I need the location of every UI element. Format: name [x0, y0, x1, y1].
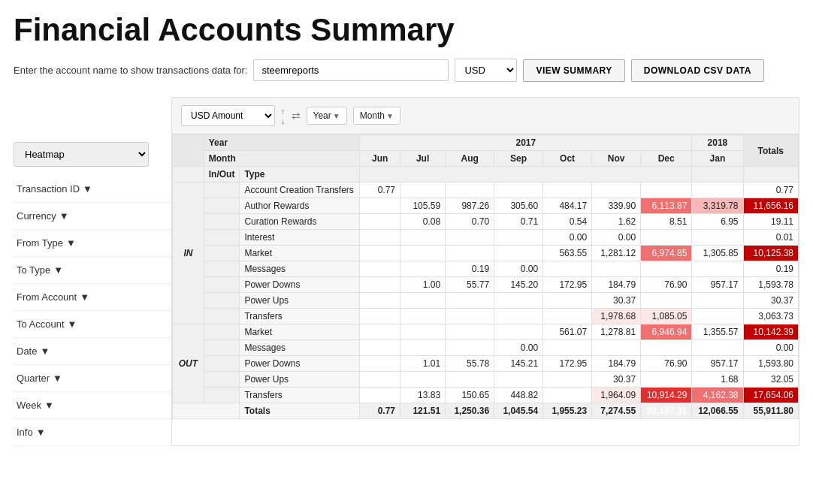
filter-to-account-label: To Account: [17, 318, 65, 330]
header-jul: Jul: [400, 151, 446, 167]
table-row: Curation Rewards 0.08 0.70 0.71 0.54 1.6…: [173, 214, 799, 230]
header-spacer: [360, 167, 692, 183]
header-2018: 2018: [692, 135, 743, 151]
view-summary-button[interactable]: VIEW SUMMARY: [523, 59, 624, 82]
month-axis-btn[interactable]: Month ▼: [353, 107, 400, 125]
filter-transaction-id-arrow: ▼: [83, 183, 92, 195]
type-messages-in: Messages: [240, 261, 360, 277]
total-dec: 32,197.31: [641, 403, 692, 419]
filter-from-type-arrow: ▼: [66, 237, 76, 249]
chart-type-select[interactable]: Heatmap Bar Chart: [14, 142, 149, 167]
header-aug: Aug: [446, 151, 494, 167]
filter-week-arrow: ▼: [44, 400, 54, 411]
filter-date[interactable]: Date ▼: [14, 338, 171, 365]
type-author-rewards: Author Rewards: [240, 198, 360, 214]
filter-info-arrow: ▼: [36, 427, 46, 438]
filter-week[interactable]: Week ▼: [14, 392, 171, 419]
filter-currency-arrow: ▼: [59, 210, 69, 222]
filter-transaction-id-label: Transaction ID: [17, 183, 80, 195]
val: [543, 183, 592, 198]
type-messages-out: Messages: [240, 340, 360, 356]
totals-label: [173, 403, 240, 419]
header-jan: Jan: [692, 151, 743, 167]
col-label-row: In/Out Type: [173, 167, 799, 183]
inout-in: IN: [173, 183, 204, 324]
swap-axes-icon[interactable]: ⇄: [292, 110, 301, 122]
filter-from-account[interactable]: From Account ▼: [14, 284, 171, 311]
table-row: Market 563.55 1,281.12 6,974.85 1,305.85…: [173, 246, 799, 261]
filter-to-type-arrow: ▼: [53, 264, 63, 276]
account-input[interactable]: [253, 59, 449, 81]
left-panel: Heatmap Bar Chart Transaction ID ▼ Curre…: [14, 97, 171, 446]
filter-transaction-id[interactable]: Transaction ID ▼: [14, 176, 171, 203]
totals-label2: Totals: [240, 403, 360, 419]
val: 0.77: [743, 183, 798, 198]
top-bar: Enter the account name to show transacti…: [14, 59, 799, 82]
header-spacer3: [743, 167, 798, 183]
val: 6,113.87: [641, 198, 692, 214]
filter-quarter-arrow: ▼: [53, 373, 62, 384]
pivot-table: Year 2017 2018 Totals Month Jun Jul Aug …: [172, 134, 799, 419]
inout-out: OUT: [173, 324, 204, 403]
type-power-ups-in: Power Ups: [240, 293, 360, 309]
table-row: Transfers 13.83 150.65 448.82 1,964.09 1…: [173, 388, 799, 403]
table-row: OUT Market 561.07 1,278.81 6,946.94 1,35…: [173, 324, 799, 340]
year-axis-btn[interactable]: Year ▼: [307, 107, 347, 125]
filter-from-type[interactable]: From Type ▼: [14, 230, 171, 257]
type-power-downs-in: Power Downs: [240, 277, 360, 293]
val: 339.90: [592, 198, 641, 214]
table-row: Messages 0.19 0.00 0.19: [173, 261, 799, 277]
measure-select[interactable]: USD Amount STEEM Amount: [181, 105, 275, 126]
year-header-row: Year 2017 2018 Totals: [173, 135, 799, 151]
type-transfers-out: Transfers: [240, 388, 360, 403]
filter-date-label: Date: [17, 346, 37, 357]
filter-date-arrow: ▼: [40, 346, 50, 357]
month-header-row: Month Jun Jul Aug Sep Oct Nov Dec Jan: [173, 151, 799, 167]
type-account-creation: Account Creation Transfers: [240, 183, 360, 198]
type-power-downs-out: Power Downs: [240, 356, 360, 372]
val: [641, 183, 692, 198]
totals-row: Totals 0.77 121.51 1,250.36 1,045.54 1,9…: [173, 403, 799, 419]
val: [360, 198, 400, 214]
type-market-in: Market: [240, 246, 360, 261]
header-inout: In/Out: [204, 167, 240, 183]
total-all: 55,911.80: [743, 403, 798, 419]
header-spacer2: [692, 167, 743, 183]
filter-from-account-label: From Account: [17, 291, 77, 303]
val: [400, 183, 446, 198]
account-label: Enter the account name to show transacti…: [14, 65, 247, 76]
inout-in-sub1: [204, 183, 240, 198]
sort-toggle[interactable]: ↑ ↓: [281, 107, 286, 125]
month-axis-label: Month: [360, 110, 385, 121]
header-totals: Totals: [743, 135, 798, 167]
table-row: Messages 0.00 0.00: [173, 340, 799, 356]
table-row: Power Ups 30.37 1.68 32.05: [173, 372, 799, 388]
table-row: Power Ups 30.37 30.37: [173, 293, 799, 309]
header-oct: Oct: [543, 151, 592, 167]
filter-to-account-arrow: ▼: [68, 318, 77, 330]
val: [446, 183, 494, 198]
filter-quarter[interactable]: Quarter ▼: [14, 365, 171, 392]
header-dec: Dec: [641, 151, 692, 167]
total-jan: 12,066.55: [692, 403, 743, 419]
filter-to-account[interactable]: To Account ▼: [14, 311, 171, 338]
page-title: Financial Accounts Summary: [14, 12, 799, 48]
val: 305.60: [494, 198, 543, 214]
val: 987.26: [446, 198, 494, 214]
toolbar: USD Amount STEEM Amount ↑ ↓ ⇄ Year ▼ Mon…: [172, 98, 799, 134]
header-type: Type: [240, 167, 360, 183]
type-power-ups-out: Power Ups: [240, 372, 360, 388]
total-jun: 0.77: [360, 403, 400, 419]
filter-from-type-label: From Type: [17, 237, 63, 249]
currency-select[interactable]: USD BTC STEEM: [455, 59, 517, 82]
download-csv-button[interactable]: DOWNLOAD CSV DATA: [631, 59, 764, 82]
filter-to-type[interactable]: To Type ▼: [14, 257, 171, 284]
filter-from-account-arrow: ▼: [80, 291, 89, 303]
total-sep: 1,045.54: [494, 403, 543, 419]
filter-info-label: Info: [17, 427, 33, 438]
right-panel: USD Amount STEEM Amount ↑ ↓ ⇄ Year ▼ Mon…: [171, 97, 799, 446]
filter-info[interactable]: Info ▼: [14, 419, 171, 446]
filter-currency[interactable]: Currency ▼: [14, 203, 171, 230]
val: [494, 183, 543, 198]
header-sep: Sep: [494, 151, 543, 167]
